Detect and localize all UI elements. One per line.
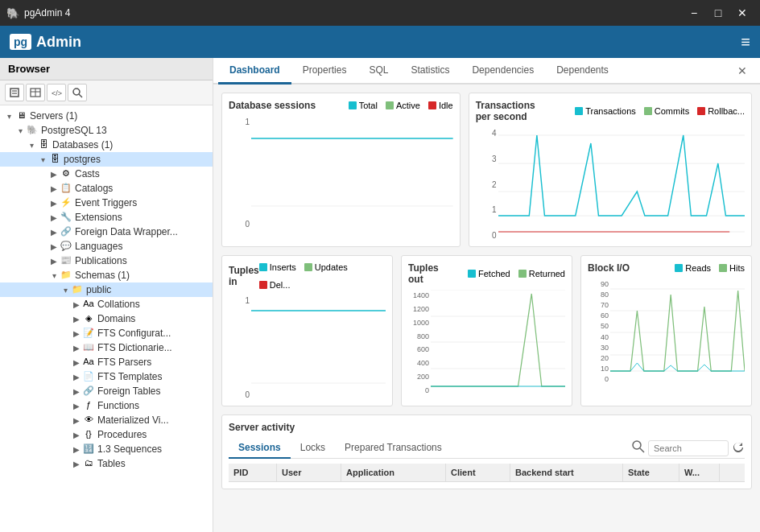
table-button[interactable] (26, 84, 45, 101)
tree-toggle-eventtriggers[interactable]: ▶ (48, 199, 60, 208)
tree-item-ftsdict[interactable]: ▶📖FTS Dictionarie... (0, 340, 213, 355)
tab-close-button[interactable]: ✕ (729, 60, 755, 82)
tab-statistics[interactable]: Statistics (399, 58, 461, 85)
tree-item-databases[interactable]: ▾🗄Databases (1) (0, 138, 213, 152)
tree-toggle-databases[interactable]: ▾ (26, 141, 37, 150)
tree-item-foreigntables[interactable]: ▶🔗Foreign Tables (0, 384, 213, 398)
legend-updates-dot (304, 263, 312, 271)
tree-item-domains[interactable]: ▶◈Domains (0, 311, 213, 326)
tree-toggle-postgres[interactable]: ▾ (37, 155, 48, 164)
col-pid: PID (229, 464, 277, 481)
minimize-button[interactable]: − (683, 2, 705, 24)
browser-title: Browser (8, 63, 50, 75)
block-io-yaxis: 90 80 70 60 50 40 30 20 10 0 (588, 278, 610, 383)
tree-item-public[interactable]: ▾📁public (0, 282, 213, 297)
tree-toggle-extensions[interactable]: ▶ (48, 213, 60, 222)
tree-icon-matviews: 👁 (82, 414, 95, 426)
tree-icon-procedures: {} (82, 429, 95, 440)
tree-toggle-foreigntables[interactable]: ▶ (71, 387, 82, 396)
search-browser-button[interactable] (68, 84, 87, 101)
search-icon[interactable] (632, 440, 645, 456)
svg-text:</>: </> (52, 89, 62, 97)
tree-toggle-servers[interactable]: ▾ (3, 112, 14, 121)
tree-toggle-ftsparsers[interactable]: ▶ (71, 358, 82, 367)
legend-del: Del... (259, 280, 291, 290)
legend-inserts: Inserts (259, 262, 296, 272)
legend-commits-dot (644, 107, 652, 115)
legend-hits-label: Hits (729, 263, 745, 273)
sql-icon: </> (51, 87, 62, 98)
tree-item-functions[interactable]: ▶ƒFunctions (0, 398, 213, 413)
tab-dashboard[interactable]: Dashboard (218, 58, 291, 85)
tree-item-languages[interactable]: ▶💬Languages (0, 239, 213, 254)
tree-item-tables[interactable]: ▶🗂Tables (0, 456, 213, 471)
hamburger-icon[interactable]: ≡ (741, 33, 750, 52)
tree-toggle-public[interactable]: ▾ (60, 286, 71, 295)
tree-toggle-functions[interactable]: ▶ (71, 402, 82, 410)
locks-tab[interactable]: Locks (291, 438, 335, 459)
tree-toggle-procedures[interactable]: ▶ (71, 431, 82, 439)
legend-total-dot (349, 101, 357, 109)
block-io-svg (610, 278, 745, 383)
prepared-transactions-tab[interactable]: Prepared Transactions (335, 438, 452, 459)
browser-header: Browser (0, 58, 213, 80)
tuples-in-chart: 1 0 (229, 295, 386, 399)
tree-item-casts[interactable]: ▶⚙Casts (0, 167, 213, 181)
tree-label-collations: Collations (97, 299, 140, 310)
tree-item-eventtriggers[interactable]: ▶⚡Event Triggers (0, 196, 213, 210)
tree-item-procedures[interactable]: ▶{}Procedures (0, 427, 213, 442)
tab-sql[interactable]: SQL (357, 58, 399, 85)
tree-toggle-languages[interactable]: ▶ (48, 242, 60, 251)
legend-inserts-label: Inserts (270, 262, 296, 272)
tree-item-sequences[interactable]: ▶🔢1.3 Sequences (0, 442, 213, 456)
tree-toggle-sequences[interactable]: ▶ (71, 445, 82, 454)
refresh-icon (732, 440, 745, 453)
app-name: Admin (36, 34, 81, 51)
tree-toggle-publications[interactable]: ▶ (48, 257, 60, 266)
tree-toggle-collations[interactable]: ▶ (71, 300, 82, 309)
tree-toggle-casts[interactable]: ▶ (48, 170, 60, 179)
tree-item-extensions[interactable]: ▶🔧Extensions (0, 210, 213, 225)
sessions-tab[interactable]: Sessions (229, 438, 291, 459)
legend-idle: Idle (428, 101, 453, 110)
tree-toggle-schemas[interactable]: ▾ (48, 271, 60, 280)
tree-item-catalogs[interactable]: ▶📋Catalogs (0, 181, 213, 196)
tree-item-pg13[interactable]: ▾🐘PostgreSQL 13 (0, 123, 213, 138)
maximize-button[interactable]: □ (707, 2, 729, 24)
tree-item-ftsparsers[interactable]: ▶AaFTS Parsers (0, 355, 213, 369)
tab-properties[interactable]: Properties (291, 58, 358, 85)
tree-label-matviews: Materialized Vi... (97, 414, 168, 426)
search-input[interactable] (648, 440, 729, 456)
tab-dependencies[interactable]: Dependencies (461, 58, 545, 85)
tree-toggle-ftsconfig[interactable]: ▶ (71, 329, 82, 338)
db-sessions-title: Database sessions (229, 100, 316, 111)
tree-item-ftstemplates[interactable]: ▶📄FTS Templates (0, 369, 213, 384)
tree-item-servers[interactable]: ▾🖥Servers (1) (0, 109, 213, 123)
tree-toggle-pg13[interactable]: ▾ (14, 126, 26, 135)
sql-button[interactable]: </> (47, 84, 66, 101)
tree-item-collations[interactable]: ▶AaCollations (0, 297, 213, 311)
legend-idle-dot (428, 101, 436, 109)
tree-item-fdw[interactable]: ▶🔗Foreign Data Wrapper... (0, 225, 213, 239)
close-button[interactable]: ✕ (731, 2, 754, 24)
refresh-button[interactable] (732, 440, 745, 456)
tree-toggle-domains[interactable]: ▶ (71, 315, 82, 324)
tree-item-ftsconfig[interactable]: ▶📝FTS Configurat... (0, 326, 213, 340)
tree-label-ftsparsers: FTS Parsers (97, 357, 151, 368)
tree-toggle-catalogs[interactable]: ▶ (48, 184, 60, 193)
tree-label-functions: Functions (97, 400, 139, 411)
server-activity-title: Server activity (229, 422, 745, 433)
tree-toggle-ftstemplates[interactable]: ▶ (71, 373, 82, 381)
tree-toggle-matviews[interactable]: ▶ (71, 416, 82, 425)
tab-dependents[interactable]: Dependents (545, 58, 620, 85)
tree-toggle-fdw[interactable]: ▶ (48, 228, 60, 237)
object-properties-button[interactable] (5, 84, 24, 101)
tree-item-postgres[interactable]: ▾🗄postgres (0, 152, 213, 167)
tree-toggle-tables[interactable]: ▶ (71, 460, 82, 468)
tuples-in-card: Tuplesin Inserts Updates (221, 255, 393, 406)
tree-item-publications[interactable]: ▶📰Publications (0, 254, 213, 268)
tree-item-matviews[interactable]: ▶👁Materialized Vi... (0, 413, 213, 427)
tree-label-casts: Casts (75, 168, 100, 179)
tree-item-schemas[interactable]: ▾📁Schemas (1) (0, 268, 213, 282)
tree-toggle-ftsdict[interactable]: ▶ (71, 344, 82, 353)
